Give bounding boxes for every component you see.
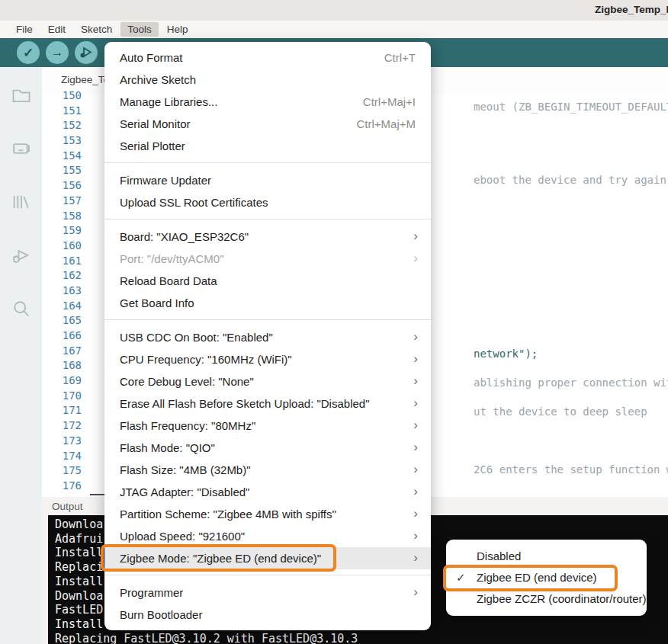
line-number: 155 bbox=[42, 163, 86, 178]
menu-item-label: JTAG Adapter: "Disabled" bbox=[120, 485, 249, 498]
arduino-ide-window: Zigbee_Temp_H File Edit Sketch Tools Hel… bbox=[0, 0, 668, 644]
menu-item-burn-bootloader[interactable]: Burn Bootloader bbox=[104, 604, 431, 626]
line-number: 169 bbox=[42, 373, 86, 389]
chevron-right-icon: › bbox=[413, 481, 418, 502]
tools-menu: Auto Format Ctrl+T Archive Sketch Manage… bbox=[104, 42, 431, 630]
line-number: 152 bbox=[42, 118, 86, 133]
menu-item-board[interactable]: Board: "XIAO_ESP32C6" › bbox=[104, 226, 431, 248]
menu-item-label: Erase All Flash Before Sketch Upload: "D… bbox=[120, 397, 369, 410]
menu-item-upload-ssl-certificates[interactable]: Upload SSL Root Certificates bbox=[104, 191, 431, 213]
menu-item-label: Archive Sketch bbox=[120, 73, 196, 86]
menu-item-label: Get Board Info bbox=[120, 296, 194, 309]
chevron-right-icon: › bbox=[413, 326, 418, 348]
menu-item-zigbee-mode[interactable]: Zigbee Mode: "Zigbee ED (end device)" › bbox=[104, 547, 431, 569]
code-fragment: ablishing proper connection with coor bbox=[474, 376, 668, 389]
menu-item-flash-mode[interactable]: Flash Mode: "QIO" › bbox=[104, 437, 431, 459]
chevron-right-icon: › bbox=[413, 459, 418, 480]
search-icon[interactable] bbox=[10, 297, 33, 320]
submenu-item-label: Disabled bbox=[477, 549, 521, 562]
menu-item-erase-all-flash[interactable]: Erase All Flash Before Sketch Upload: "D… bbox=[104, 392, 431, 415]
menu-item-label: Core Debug Level: "None" bbox=[120, 375, 254, 388]
menu-item-programmer[interactable]: Programmer › bbox=[104, 582, 431, 604]
code-fragment: 2C6 enters the setup function when it bbox=[474, 463, 668, 476]
line-number: 168 bbox=[42, 358, 86, 373]
debug-panel-icon[interactable] bbox=[10, 244, 33, 267]
title-bar: Zigbee_Temp_H bbox=[0, 0, 668, 21]
menu-item-manage-libraries[interactable]: Manage Libraries... Ctrl+Maj+I bbox=[104, 91, 431, 113]
line-number: 160 bbox=[42, 239, 86, 254]
menu-item-label: Manage Libraries... bbox=[120, 95, 217, 108]
menu-item-auto-format[interactable]: Auto Format Ctrl+T bbox=[104, 46, 431, 69]
menu-item-label: Flash Size: "4MB (32Mb)" bbox=[120, 463, 251, 476]
menu-item-firmware-updater[interactable]: Firmware Updater bbox=[104, 169, 431, 191]
line-number: 166 bbox=[42, 328, 86, 344]
sketchbook-folder-icon[interactable] bbox=[10, 84, 33, 107]
line-number: 172 bbox=[42, 418, 86, 434]
menu-separator bbox=[104, 319, 431, 320]
line-number: 150 bbox=[42, 88, 86, 104]
menu-sketch[interactable]: Sketch bbox=[74, 22, 119, 37]
menu-help[interactable]: Help bbox=[160, 22, 195, 37]
menu-item-label: Serial Monitor bbox=[120, 117, 191, 130]
menu-item-label: Board: "XIAO_ESP32C6" bbox=[120, 230, 249, 243]
chevron-right-icon: › bbox=[413, 582, 418, 603]
code-fragment: meout (ZB_BEGIN_TIMEOUT_DEFAULT) then bbox=[474, 101, 668, 113]
zigbee-mode-submenu: Disabled ✓ Zigbee ED (end device) Zigbee… bbox=[446, 540, 647, 616]
submenu-item-label: Zigbee ED (end device) bbox=[477, 571, 597, 584]
menu-item-port[interactable]: Port: "/dev/ttyACM0" › bbox=[104, 248, 431, 270]
shortcut-label: Ctrl+T bbox=[384, 46, 416, 69]
line-number: 167 bbox=[42, 344, 86, 359]
menu-item-label: CPU Frequency: "160MHz (WiFi)" bbox=[120, 353, 292, 366]
line-number: 163 bbox=[42, 284, 86, 299]
code-fragment: ut the device to deep sleep bbox=[474, 405, 647, 418]
menu-item-label: Flash Mode: "QIO" bbox=[120, 441, 215, 454]
menu-item-label: Programmer bbox=[120, 586, 183, 599]
menu-item-serial-monitor[interactable]: Serial Monitor Ctrl+Maj+M bbox=[104, 113, 431, 135]
line-number: 164 bbox=[42, 299, 86, 314]
menu-item-label: Reload Board Data bbox=[120, 274, 217, 287]
menu-item-cpu-frequency[interactable]: CPU Frequency: "160MHz (WiFi)" › bbox=[104, 348, 431, 370]
submenu-item-zigbee-ed[interactable]: ✓ Zigbee ED (end device) bbox=[446, 567, 647, 588]
menu-item-label: Port: "/dev/ttyACM0" bbox=[120, 252, 224, 265]
menu-item-label: Burn Bootloader bbox=[120, 608, 202, 621]
menu-item-label: Auto Format bbox=[120, 51, 183, 64]
check-icon: ✓ bbox=[456, 567, 466, 588]
menu-edit[interactable]: Edit bbox=[41, 22, 72, 37]
menu-item-jtag-adapter[interactable]: JTAG Adapter: "Disabled" › bbox=[104, 481, 431, 503]
line-number: 159 bbox=[42, 223, 86, 239]
menu-tools[interactable]: Tools bbox=[120, 22, 159, 37]
menu-item-flash-size[interactable]: Flash Size: "4MB (32Mb)" › bbox=[104, 459, 431, 481]
chevron-right-icon: › bbox=[413, 503, 418, 524]
menu-item-core-debug-level[interactable]: Core Debug Level: "None" › bbox=[104, 370, 431, 392]
menu-item-upload-speed[interactable]: Upload Speed: "921600" › bbox=[104, 525, 431, 547]
menu-item-label: Flash Frequency: "80MHz" bbox=[120, 419, 255, 432]
menu-item-label: Firmware Updater bbox=[120, 174, 211, 187]
verify-button[interactable]: ✓ bbox=[17, 41, 40, 64]
window-title: Zigbee_Temp_H bbox=[595, 4, 668, 15]
boards-manager-icon[interactable] bbox=[10, 137, 33, 160]
output-tab[interactable]: Output bbox=[52, 501, 83, 512]
menu-item-get-board-info[interactable]: Get Board Info bbox=[104, 292, 431, 314]
submenu-item-zigbee-zczr[interactable]: Zigbee ZCZR (coordinator/router) bbox=[446, 588, 647, 610]
submenu-item-disabled[interactable]: Disabled bbox=[446, 546, 647, 567]
debug-button[interactable] bbox=[75, 41, 98, 64]
upload-button[interactable]: → bbox=[46, 41, 69, 64]
menu-item-flash-frequency[interactable]: Flash Frequency: "80MHz" › bbox=[104, 415, 431, 437]
menu-item-label: Partition Scheme: "Zigbee 4MB with spiff… bbox=[120, 508, 336, 521]
debug-icon bbox=[79, 45, 94, 60]
code-fragment: network"); bbox=[474, 348, 538, 360]
menu-item-reload-board-data[interactable]: Reload Board Data bbox=[104, 270, 431, 292]
library-manager-icon[interactable] bbox=[10, 191, 33, 213]
line-number: 161 bbox=[42, 254, 86, 269]
chevron-right-icon: › bbox=[413, 248, 418, 269]
line-number: 165 bbox=[42, 313, 86, 328]
menu-item-serial-plotter[interactable]: Serial Plotter bbox=[104, 135, 431, 157]
code-fragment: eboot the device and try again bbox=[474, 174, 666, 186]
menu-item-label: Zigbee Mode: "Zigbee ED (end device)" bbox=[120, 552, 321, 565]
menu-item-usb-cdc-on-boot[interactable]: USB CDC On Boot: "Enabled" › bbox=[104, 326, 431, 348]
line-number: 173 bbox=[42, 434, 86, 449]
menu-file[interactable]: File bbox=[9, 22, 40, 37]
menu-item-partition-scheme[interactable]: Partition Scheme: "Zigbee 4MB with spiff… bbox=[104, 503, 431, 525]
line-number: 151 bbox=[42, 104, 86, 119]
menu-item-archive-sketch[interactable]: Archive Sketch bbox=[104, 69, 431, 91]
